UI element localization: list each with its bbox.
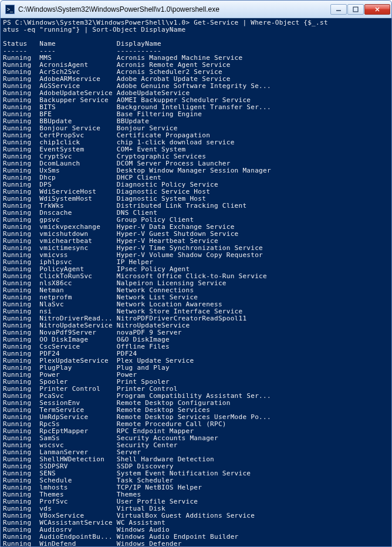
window-buttons-group bbox=[330, 4, 390, 15]
minimize-button[interactable] bbox=[330, 4, 347, 15]
svg-rect-1 bbox=[353, 7, 358, 12]
console-output[interactable]: PS C:\Windows\System32\WindowsPowerShell… bbox=[1, 18, 391, 546]
maximize-button[interactable] bbox=[347, 4, 364, 15]
window-title: C:\Windows\System32\WindowsPowerShell\v1… bbox=[18, 5, 330, 13]
prompt-line: PS C:\Windows\System32\WindowsPowerShell… bbox=[3, 19, 389, 33]
app-icon: >_ bbox=[5, 5, 15, 14]
close-button[interactable] bbox=[364, 4, 390, 15]
titlebar[interactable]: >_ C:\Windows\System32\WindowsPowerShell… bbox=[1, 1, 391, 18]
service-row: Running WinDefend Windows Defender bbox=[3, 541, 389, 546]
powershell-window: >_ C:\Windows\System32\WindowsPowerShell… bbox=[0, 0, 392, 547]
